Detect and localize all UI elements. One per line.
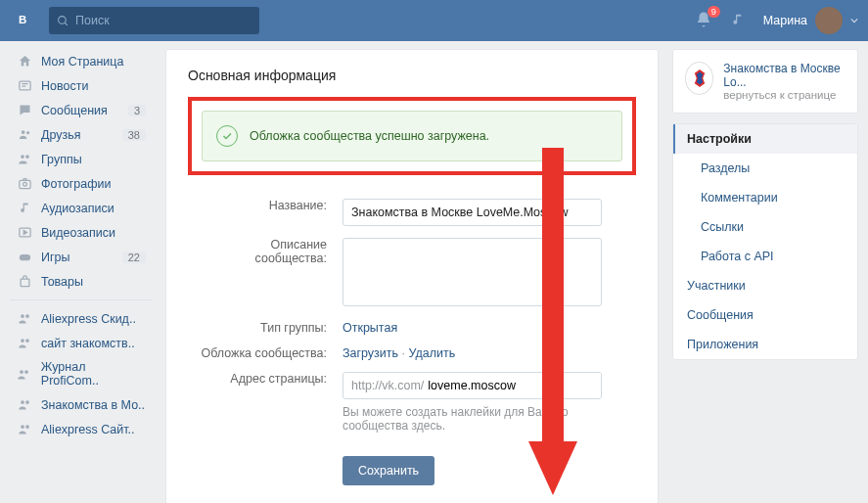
avatar bbox=[815, 7, 843, 34]
nav-settings[interactable]: Настройки bbox=[673, 124, 857, 154]
home-icon bbox=[16, 54, 33, 69]
notif-badge: 9 bbox=[708, 6, 720, 18]
svg-point-20 bbox=[25, 370, 29, 374]
addr-label: Адрес страницы: bbox=[188, 366, 335, 438]
svg-point-23 bbox=[21, 425, 24, 429]
svg-point-16 bbox=[25, 314, 29, 318]
address-input-wrap: http://vk.com/ bbox=[343, 372, 602, 399]
save-button[interactable]: Сохранить bbox=[343, 456, 434, 485]
group-name: Знакомства в Москве Lo... bbox=[723, 62, 845, 89]
nav-apps[interactable]: Приложения bbox=[673, 330, 857, 359]
sidebar-item-games[interactable]: Игры22 bbox=[10, 245, 152, 269]
name-input[interactable] bbox=[343, 199, 602, 226]
search-input[interactable]: Поиск bbox=[49, 7, 259, 34]
nav-api[interactable]: Работа с API bbox=[673, 242, 857, 271]
count-badge: 3 bbox=[128, 105, 146, 116]
addr-prefix: http://vk.com/ bbox=[343, 373, 424, 398]
groups-icon bbox=[16, 336, 33, 350]
main-panel: Основная информация Обложка сообщества у… bbox=[165, 49, 659, 503]
svg-point-19 bbox=[21, 370, 24, 374]
right-sidebar: Знакомства в Москве Lo... вернуться к ст… bbox=[672, 49, 858, 503]
svg-line-2 bbox=[65, 23, 68, 25]
video-icon bbox=[16, 225, 33, 240]
sidebar-item-messages[interactable]: Сообщения3 bbox=[10, 98, 152, 122]
group-back-link[interactable]: вернуться к странице bbox=[723, 89, 845, 101]
addr-hint: Вы можете создать наклейки для Вашего со… bbox=[343, 405, 628, 433]
alert-highlight: Обложка сообщества успешно загружена. bbox=[188, 97, 636, 175]
nav-links[interactable]: Ссылки bbox=[673, 212, 857, 242]
check-icon bbox=[216, 125, 238, 147]
nav-members[interactable]: Участники bbox=[673, 271, 857, 300]
sidebar-item-mypage[interactable]: Моя Страница bbox=[10, 49, 152, 73]
nav-comments[interactable]: Комментарии bbox=[673, 183, 857, 212]
type-label: Тип группы: bbox=[188, 315, 335, 341]
svg-point-8 bbox=[21, 155, 24, 159]
groups-icon bbox=[16, 422, 33, 436]
sidebar-item-market[interactable]: Товары bbox=[10, 269, 152, 294]
desc-input[interactable] bbox=[343, 238, 602, 306]
groups-icon bbox=[16, 397, 33, 412]
group-header[interactable]: Знакомства в Москве Lo... вернуться к ст… bbox=[673, 50, 857, 113]
svg-point-11 bbox=[23, 182, 26, 186]
svg-point-22 bbox=[25, 400, 29, 404]
cover-delete-link[interactable]: Удалить bbox=[409, 346, 456, 360]
sidebar-group-link[interactable]: Aliexpress Скид.. bbox=[10, 306, 152, 331]
top-header: B Поиск 9 Марина bbox=[0, 0, 868, 41]
svg-point-15 bbox=[21, 314, 24, 318]
svg-point-18 bbox=[25, 339, 29, 343]
svg-point-21 bbox=[21, 400, 24, 404]
address-input[interactable] bbox=[424, 373, 601, 398]
svg-point-24 bbox=[25, 425, 29, 429]
notifications-icon[interactable]: 9 bbox=[695, 11, 712, 31]
groups-icon bbox=[16, 311, 33, 326]
friends-icon bbox=[16, 127, 33, 142]
camera-icon bbox=[16, 176, 33, 191]
svg-text:B: B bbox=[19, 14, 26, 25]
sidebar-item-friends[interactable]: Друзья38 bbox=[10, 122, 152, 147]
count-badge: 38 bbox=[122, 129, 146, 141]
chevron-down-icon bbox=[850, 17, 858, 24]
message-icon bbox=[16, 103, 33, 117]
sidebar-group-link[interactable]: Журнал ProfiCom.. bbox=[10, 355, 152, 392]
sidebar-item-groups[interactable]: Группы bbox=[10, 147, 152, 171]
group-avatar bbox=[685, 62, 713, 95]
desc-label: Описание сообщества: bbox=[188, 232, 335, 315]
sidebar-group-link[interactable]: Aliexpress Сайт.. bbox=[10, 417, 152, 441]
svg-point-6 bbox=[21, 130, 24, 134]
sidebar-group-link[interactable]: сайт знакомств.. bbox=[10, 331, 152, 355]
market-icon bbox=[16, 274, 33, 289]
success-alert: Обложка сообщества успешно загружена. bbox=[202, 111, 622, 161]
search-placeholder: Поиск bbox=[75, 14, 110, 27]
sidebar-group-link[interactable]: Знакомства в Мо.. bbox=[10, 392, 152, 417]
music-icon[interactable] bbox=[730, 12, 746, 30]
left-sidebar: Моя Страница Новости Сообщения3 Друзья38… bbox=[10, 49, 152, 503]
sidebar-item-audio[interactable]: Аудиозаписи bbox=[10, 196, 152, 220]
settings-nav: Настройки Разделы Комментарии Ссылки Раб… bbox=[672, 123, 858, 360]
sidebar-item-video[interactable]: Видеозаписи bbox=[10, 220, 152, 245]
svg-point-9 bbox=[25, 155, 29, 159]
cover-label: Обложка сообщества: bbox=[188, 341, 335, 366]
nav-messages[interactable]: Сообщения bbox=[673, 300, 857, 330]
type-value[interactable]: Открытая bbox=[343, 321, 397, 335]
cover-upload-link[interactable]: Загрузить bbox=[343, 346, 398, 360]
svg-point-1 bbox=[59, 16, 67, 23]
sidebar-item-news[interactable]: Новости bbox=[10, 73, 152, 98]
alert-text: Обложка сообщества успешно загружена. bbox=[250, 129, 489, 143]
groups-icon bbox=[16, 367, 33, 382]
svg-point-7 bbox=[26, 131, 29, 134]
page-title: Основная информация bbox=[188, 68, 636, 83]
games-icon bbox=[16, 250, 33, 264]
music-icon bbox=[16, 201, 33, 215]
groups-icon bbox=[16, 152, 33, 166]
user-menu[interactable]: Марина bbox=[763, 7, 858, 34]
count-badge: 22 bbox=[122, 252, 146, 263]
vk-logo[interactable]: B bbox=[10, 7, 49, 34]
news-icon bbox=[16, 78, 33, 93]
svg-point-17 bbox=[21, 339, 24, 343]
svg-rect-10 bbox=[19, 180, 29, 188]
name-label: Название: bbox=[188, 193, 335, 232]
nav-sections[interactable]: Разделы bbox=[673, 154, 857, 183]
user-name: Марина bbox=[763, 14, 807, 27]
sidebar-item-photos[interactable]: Фотографии bbox=[10, 171, 152, 196]
svg-rect-14 bbox=[21, 279, 29, 287]
